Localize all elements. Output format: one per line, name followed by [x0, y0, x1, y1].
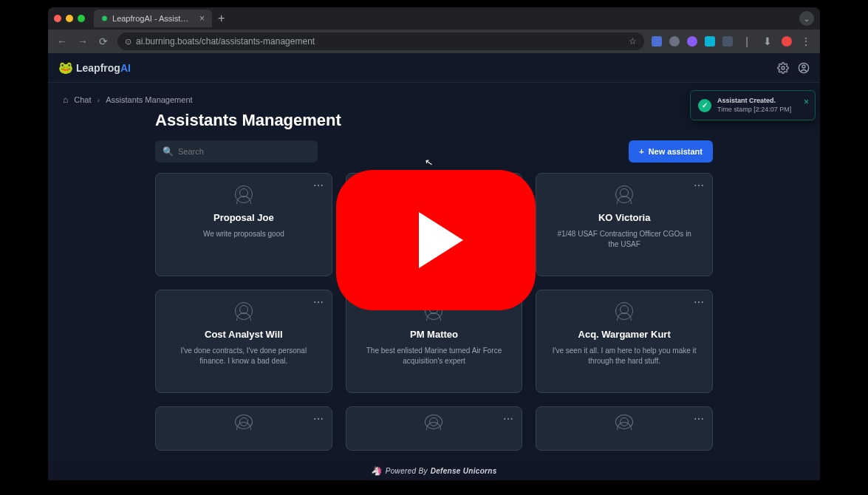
card-menu-icon[interactable]: ⋯ [503, 413, 514, 425]
home-icon[interactable]: ⌂ [63, 95, 68, 105]
header-actions [777, 62, 810, 74]
extension-icon[interactable] [652, 36, 662, 47]
cursor-icon: ↖ [424, 156, 434, 168]
search-icon: 🔍 [163, 146, 174, 157]
search-input[interactable] [178, 147, 310, 156]
unicorn-icon: 🦄 [371, 465, 382, 476]
chevron-right-icon: › [98, 95, 100, 104]
assistant-card[interactable]: ⋯ Cost Analyst Will I've done contracts,… [155, 290, 332, 393]
assistant-name: Cost Analyst Will [205, 329, 283, 340]
window-maximize-icon[interactable] [78, 15, 85, 22]
site-info-icon[interactable]: ⊙ [125, 37, 131, 47]
assistant-name: Acq. Wargamer Kurt [578, 329, 671, 340]
play-icon [419, 212, 463, 268]
bookmark-icon[interactable]: ☆ [629, 36, 637, 47]
avatar-icon [615, 185, 633, 203]
window-close-icon[interactable] [54, 15, 61, 22]
url-box[interactable]: ⊙ ai.burning.boats/chat/assistants-manag… [117, 33, 644, 50]
plus-icon: + [639, 147, 643, 156]
user-circle-icon[interactable] [798, 62, 810, 74]
avatar-icon [615, 414, 633, 429]
footer-text-a: Powered By [386, 467, 428, 475]
back-icon[interactable]: ← [55, 35, 69, 47]
breadcrumb-chat[interactable]: Chat [74, 95, 91, 104]
reload-icon[interactable]: ⟳ [97, 35, 110, 47]
tab-title: LeapfrogAI - Assistants Mana [112, 14, 192, 23]
new-assistant-button[interactable]: + New assistant [629, 140, 713, 163]
window-controls [54, 15, 85, 22]
avatar-icon [235, 185, 253, 203]
assistant-card[interactable]: ⋯ KO Victoria #1/48 USAF Contracting Off… [536, 173, 713, 276]
search-box[interactable]: 🔍 [155, 140, 318, 163]
extension-icon[interactable] [722, 36, 733, 47]
check-circle-icon: ✓ [698, 99, 711, 112]
assistant-card[interactable]: ⋯ [536, 406, 713, 451]
window-minimize-icon[interactable] [66, 15, 73, 22]
assistant-desc: I've seen it all. I am here to help you … [547, 346, 702, 366]
youtube-play-button[interactable] [336, 170, 536, 310]
assistant-card[interactable]: ⋯ Proposal Joe We write proposals good [155, 173, 332, 276]
avatar-icon [425, 414, 442, 429]
menu-icon[interactable]: ⋮ [799, 35, 813, 47]
toast-timestamp: Time stamp [2:24:07 PM] [717, 106, 791, 115]
app-logo[interactable]: 🐸 LeapfrogAI [58, 61, 131, 75]
footer: 🦄 Powered By Defense Unicorns [48, 461, 820, 480]
assistant-name: Proposal Joe [213, 212, 274, 223]
svg-point-1 [782, 66, 785, 69]
svg-point-0 [102, 16, 107, 21]
assistant-desc: The best enlisted Marine turned Air Forc… [357, 346, 512, 366]
extensions-area: | ⬇ ⋮ [652, 35, 813, 47]
logo-text-b: AI [120, 62, 131, 74]
browser-tab[interactable]: LeapfrogAI - Assistants Mana × [94, 10, 212, 27]
avatar-icon [235, 302, 253, 320]
toast-close-icon[interactable]: × [804, 97, 809, 107]
extension-icon[interactable] [705, 36, 715, 47]
assistant-desc: #1/48 USAF Contracting Officer CGOs in t… [547, 229, 702, 250]
assistant-card[interactable]: ⋯ Acq. Wargamer Kurt I've seen it all. I… [536, 290, 713, 393]
tab-dropdown-icon[interactable]: ⌄ [799, 11, 814, 26]
card-menu-icon[interactable]: ⋯ [694, 413, 705, 425]
assistant-name: PM Matteo [410, 329, 458, 340]
assistant-card[interactable]: ⋯ [346, 406, 523, 451]
assistant-desc: We write proposals good [199, 229, 289, 239]
card-menu-icon[interactable]: ⋯ [313, 180, 324, 191]
new-assistant-label: New assistant [649, 147, 703, 156]
svg-point-3 [802, 65, 805, 68]
breadcrumb-current: Assistants Management [106, 95, 192, 104]
footer-text-b: Defense Unicorns [431, 467, 497, 475]
assistant-name: KO Victoria [598, 212, 651, 223]
profile-icon[interactable] [782, 36, 792, 47]
download-icon[interactable]: ⬇ [761, 35, 774, 47]
toast-notification: ✓ Assistant Created. Time stamp [2:24:07… [690, 90, 816, 120]
app-header: 🐸 LeapfrogAI [48, 53, 820, 83]
url-text: ai.burning.boats/chat/assistants-managem… [136, 36, 315, 47]
assistant-card[interactable]: ⋯ [155, 406, 332, 451]
card-menu-icon[interactable]: ⋯ [313, 413, 324, 425]
extension-icon[interactable] [669, 36, 680, 47]
toast-title: Assistant Created. [717, 97, 791, 106]
tab-close-icon[interactable]: × [199, 13, 205, 24]
extension-icon[interactable] [687, 36, 697, 47]
avatar-icon [235, 414, 253, 429]
toolbar: 🔍 + New assistant [48, 140, 820, 173]
logo-text-a: Leapfrog [76, 62, 120, 74]
address-bar: ← → ⟳ ⊙ ai.burning.boats/chat/assistants… [48, 30, 820, 53]
card-menu-icon[interactable]: ⋯ [694, 180, 705, 191]
divider-icon: | [740, 35, 753, 47]
tab-favicon-icon [101, 14, 108, 23]
forward-icon[interactable]: → [76, 35, 89, 47]
frog-icon: 🐸 [58, 61, 73, 75]
tab-bar: LeapfrogAI - Assistants Mana × + ⌄ [48, 7, 820, 30]
card-menu-icon[interactable]: ⋯ [313, 296, 324, 308]
card-menu-icon[interactable]: ⋯ [694, 296, 705, 308]
gear-icon[interactable] [777, 62, 789, 74]
assistant-desc: I've done contracts, I've done personal … [166, 346, 321, 366]
new-tab-button[interactable]: + [218, 12, 225, 25]
avatar-icon [615, 302, 633, 320]
